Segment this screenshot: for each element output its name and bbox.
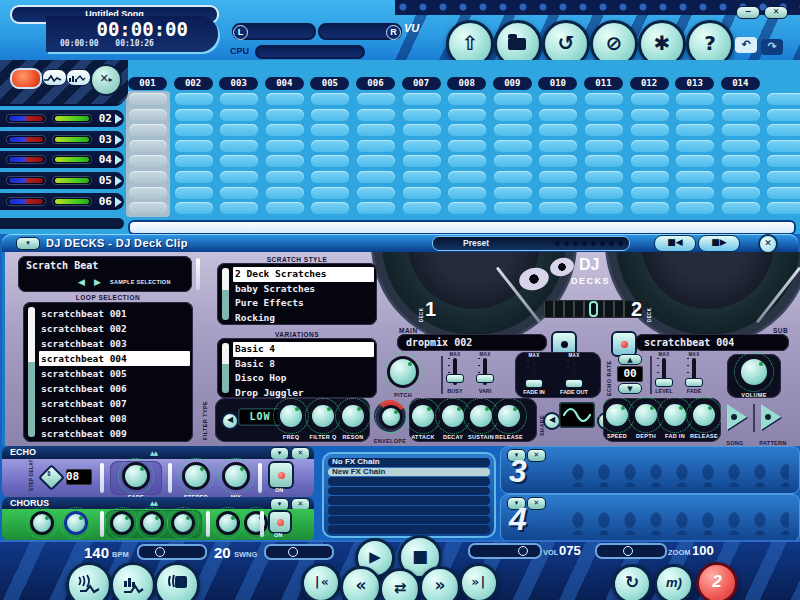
pattern-cell[interactable] [129,187,167,199]
vari-handle[interactable] [476,374,494,383]
pattern-cell[interactable] [175,187,213,199]
fx-chain-empty-row[interactable] [328,487,490,496]
pattern-cell[interactable] [403,171,441,183]
zoom-slider-handle[interactable] [623,546,633,556]
pan-slider[interactable] [6,135,46,144]
echo-rate-down-button[interactable]: ▼ [618,383,642,394]
track-arrow-icon[interactable] [115,197,122,207]
pattern-cell[interactable] [175,109,213,121]
track-arrow-icon[interactable] [115,176,122,186]
pattern-cell[interactable] [494,202,532,214]
preset-field[interactable]: Preset [432,236,630,251]
scratch-style-item[interactable]: 2 Deck Scratches [233,267,374,282]
pattern-column-header-009[interactable]: 009 [493,77,532,90]
pattern-cell[interactable] [631,171,669,183]
pattern-cell[interactable] [448,140,486,152]
volume-slider[interactable] [52,176,92,185]
loop-item[interactable]: scratchbeat 006 [39,381,190,396]
pattern-column-header-003[interactable]: 003 [219,77,258,90]
midi-button[interactable]: m) [654,564,694,600]
variations-list[interactable]: Basic 4Basic 8Disco HopDrop Juggler [217,338,377,398]
volume-slider[interactable] [52,114,92,123]
pattern-cell[interactable] [403,93,441,105]
pattern-cell[interactable] [631,187,669,199]
pattern-cell[interactable] [676,109,714,121]
pattern-column-header-013[interactable]: 013 [675,77,714,90]
mute-button[interactable]: ✕▸ [90,64,122,96]
pattern-cell[interactable] [129,124,167,136]
pattern-cell[interactable] [494,187,532,199]
pattern-cell[interactable] [585,187,623,199]
pattern-cell[interactable] [266,93,304,105]
pattern-cell[interactable] [220,109,258,121]
crossfader-handle[interactable] [589,301,598,317]
chorus-depth-knob[interactable] [110,511,134,535]
volume-slider-main[interactable] [468,543,542,559]
pattern-cell[interactable] [722,171,760,183]
pattern-cell[interactable] [767,202,800,214]
pattern-cell[interactable] [494,155,532,167]
variation-item[interactable]: Disco Hop [233,371,374,386]
envelope-knob[interactable] [379,405,403,429]
minimize-button[interactable]: − [736,6,760,19]
pattern-cell[interactable] [266,109,304,121]
pattern-cell[interactable] [767,171,800,183]
pattern-cell[interactable] [539,155,577,167]
pattern-cell[interactable] [266,155,304,167]
pattern-cell[interactable] [220,187,258,199]
pattern-cell[interactable] [357,109,395,121]
pattern-cell[interactable] [494,93,532,105]
fx-chain-empty-row[interactable] [328,506,490,515]
loop-item[interactable]: scratchbeat 005 [39,366,190,381]
release-knob[interactable] [495,402,523,430]
redo-button[interactable]: ↷ [761,39,783,55]
volume-knob[interactable] [738,356,770,388]
pattern-cell[interactable] [767,109,800,121]
pattern-cell[interactable] [448,155,486,167]
bars-view-button[interactable] [66,69,91,86]
pattern-cell[interactable] [676,155,714,167]
pattern-cell[interactable] [175,124,213,136]
scratch-style-item[interactable]: Pure Effects [233,296,374,311]
pattern-cell[interactable] [585,93,623,105]
pattern-cell[interactable] [357,171,395,183]
pattern-cell[interactable] [220,171,258,183]
pattern-cell[interactable] [311,124,349,136]
pan-slider[interactable] [6,155,46,164]
pan-slider[interactable] [6,114,46,123]
pattern-cell[interactable] [175,140,213,152]
pattern-cell[interactable] [129,109,167,121]
pattern-cell[interactable] [175,155,213,167]
level-slider[interactable] [662,358,666,385]
pattern-cell[interactable] [494,124,532,136]
pattern-cell[interactable] [631,155,669,167]
horizontal-scrollbar[interactable] [128,220,796,234]
panel3-close-button[interactable]: ✕ [527,449,546,462]
pattern-cell[interactable] [311,155,349,167]
pattern-cell[interactable] [539,202,577,214]
mixer-view-button[interactable] [110,562,156,600]
pattern-cell[interactable] [129,155,167,167]
scratch-style-item[interactable]: baby Scratches [233,282,374,297]
chorus-on-button[interactable] [268,510,292,534]
pattern-cell[interactable] [676,93,714,105]
pattern-cell[interactable] [767,187,800,199]
fade-out-handle[interactable] [565,379,583,388]
echo-fade-knob[interactable] [122,462,150,490]
pattern-cell[interactable] [403,109,441,121]
fade-in-handle[interactable] [525,379,543,388]
pattern-cell[interactable] [631,124,669,136]
chorus-feedback-knob[interactable] [64,511,88,535]
sample-level-slider[interactable] [196,258,200,290]
pattern-column-header-001[interactable]: 001 [128,77,167,90]
pattern-cell[interactable] [494,140,532,152]
pattern-cell[interactable] [266,202,304,214]
chorus-speed-knob[interactable] [140,511,164,535]
pattern-cell[interactable] [357,155,395,167]
pattern-cell[interactable] [129,202,167,214]
pattern-cell[interactable] [585,140,623,152]
pattern-cell[interactable] [311,93,349,105]
pattern-cell[interactable] [403,202,441,214]
patterns-button[interactable] [154,562,200,600]
pattern-cell[interactable] [585,124,623,136]
